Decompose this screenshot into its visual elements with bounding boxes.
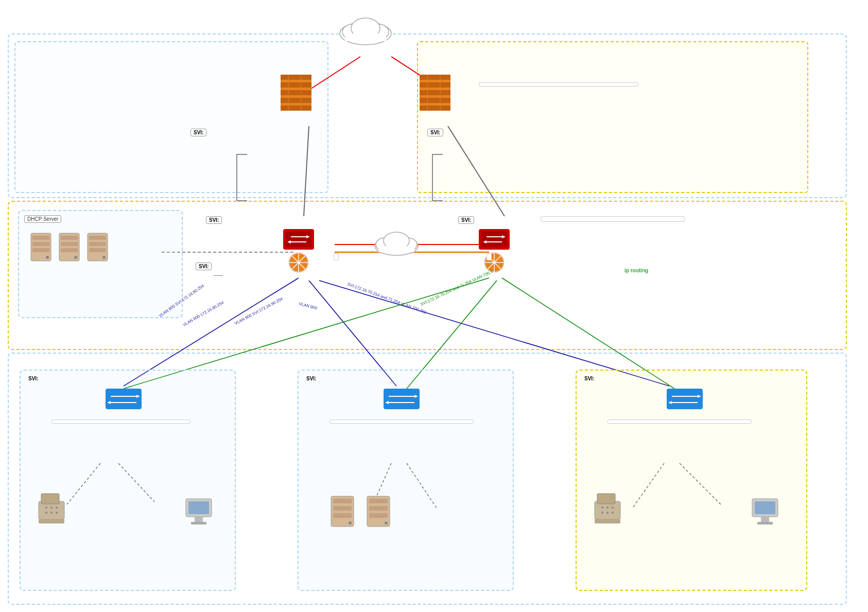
svg-point-126 [612, 506, 614, 509]
svg-rect-34 [420, 82, 450, 88]
vlan800-phone [36, 491, 67, 528]
dhcp-zone: DHCP Server [18, 210, 183, 318]
svg-rect-35 [420, 90, 450, 95]
svg-rect-133 [761, 517, 769, 522]
right-wan-subzone [417, 41, 808, 193]
ip-routing-detected: ip routing [624, 268, 648, 273]
vlan700-pc [750, 496, 780, 531]
svg-rect-90 [41, 494, 59, 504]
svg-rect-114 [369, 506, 388, 511]
svg-rect-41 [286, 232, 311, 247]
svg-rect-109 [333, 506, 352, 511]
svg-rect-36 [420, 98, 450, 103]
master-label [334, 253, 339, 259]
internet-cloud [335, 10, 396, 45]
svg-rect-33 [420, 75, 450, 80]
svg-rect-134 [757, 522, 773, 524]
svg-rect-81 [89, 242, 106, 246]
svg-point-124 [601, 506, 603, 509]
left-core-svi-core: SVI: [196, 263, 212, 270]
svg-rect-70 [32, 236, 49, 240]
svg-point-91 [45, 506, 47, 509]
svg-point-73 [46, 256, 49, 259]
right-core-cmd-box [541, 216, 685, 222]
backup-label [487, 253, 492, 259]
svg-point-93 [56, 506, 58, 509]
right-core-svi-uplink: SVI: [458, 216, 474, 224]
vlan800-switch [103, 386, 144, 413]
svg-rect-117 [667, 389, 703, 409]
svg-rect-102 [384, 389, 420, 409]
right-core-switch [474, 226, 515, 274]
svg-rect-77 [61, 248, 78, 252]
left-core-svi-uplink: SVI: [206, 216, 222, 224]
left-core-switch [278, 226, 319, 274]
right-fw-cmd-box [479, 82, 638, 86]
vlan900-svi-label: SVI: [306, 376, 316, 381]
svg-rect-115 [369, 513, 388, 518]
svg-rect-26 [281, 82, 311, 88]
svg-rect-113 [369, 499, 388, 503]
svg-point-129 [612, 512, 614, 514]
dhcp-servers [29, 232, 109, 263]
vlan700-cmd-box [607, 419, 752, 424]
svg-rect-80 [89, 236, 106, 240]
svg-rect-71 [32, 242, 49, 246]
vlan700-zone: SVI: [576, 370, 807, 591]
svg-point-92 [50, 506, 53, 509]
svg-point-111 [349, 521, 352, 524]
svg-rect-37 [420, 106, 450, 111]
svg-rect-82 [89, 248, 106, 252]
svg-rect-29 [281, 106, 311, 111]
svg-rect-76 [61, 242, 78, 246]
right-firewall [417, 72, 453, 114]
svg-rect-100 [195, 517, 203, 522]
vlan900-switch [381, 386, 422, 413]
svg-point-96 [56, 512, 58, 514]
vlan900-servers [329, 495, 391, 528]
vlan800-pc [183, 496, 214, 531]
svg-rect-25 [281, 75, 311, 80]
svg-rect-99 [188, 501, 209, 514]
svg-point-83 [102, 256, 106, 259]
svg-rect-27 [281, 90, 311, 95]
vlan700-phone [592, 491, 623, 528]
svg-point-78 [74, 256, 77, 259]
vlan400-label: —— [214, 273, 223, 278]
vlan900-zone: SVI: [298, 370, 514, 591]
vlan900-cmd-box [329, 419, 474, 424]
svg-rect-97 [39, 519, 64, 523]
vlan800-cmd-box [51, 419, 190, 424]
svg-point-116 [385, 521, 388, 524]
svg-point-125 [606, 506, 609, 509]
svg-rect-84 [106, 389, 142, 409]
svg-rect-123 [597, 494, 615, 504]
svg-point-128 [606, 512, 609, 514]
svg-point-94 [45, 512, 47, 514]
svg-rect-68 [378, 246, 414, 252]
svg-rect-108 [333, 499, 352, 503]
dhcp-server-label: DHCP Server [24, 215, 64, 223]
svg-point-127 [601, 512, 603, 514]
vlan700-svi-label: SVI: [584, 376, 594, 381]
svg-rect-23 [345, 33, 386, 41]
left-fw-svi: SVI: [190, 129, 206, 136]
svg-rect-75 [61, 236, 78, 240]
svg-rect-28 [281, 98, 311, 103]
vlan700-switch [664, 386, 705, 413]
svg-point-95 [50, 512, 53, 514]
svg-rect-110 [333, 513, 352, 518]
svg-rect-72 [32, 248, 49, 252]
right-fw-svi: SVI: [427, 129, 443, 136]
svg-rect-53 [481, 232, 507, 247]
left-wan-subzone [14, 41, 328, 193]
vrrp-cloud [371, 226, 422, 254]
left-firewall [278, 72, 314, 114]
svg-rect-130 [595, 519, 620, 523]
svg-rect-132 [755, 501, 775, 514]
vlan800-zone: SVI: [20, 370, 236, 591]
svg-rect-101 [191, 522, 206, 524]
vlan800-svi-label: SVI: [28, 376, 38, 381]
